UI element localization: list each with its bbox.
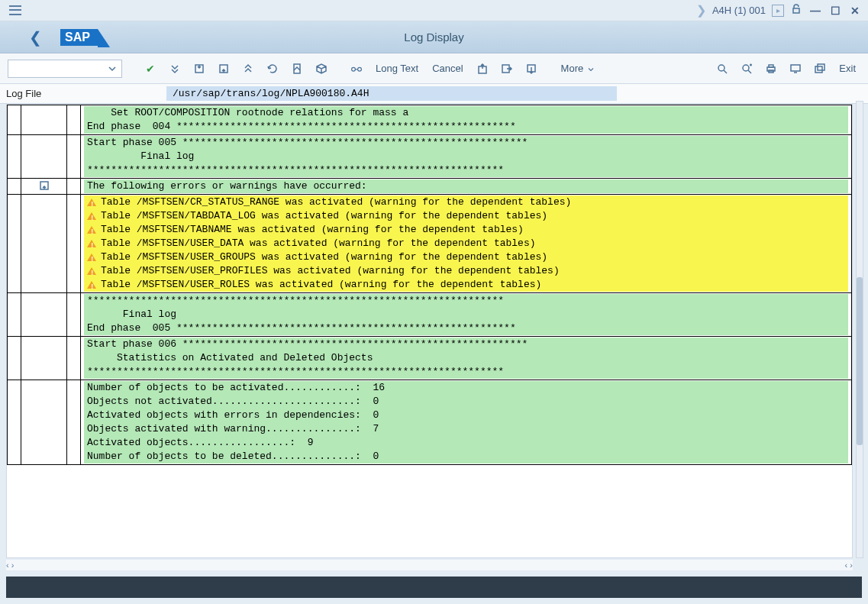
warning-icon [87,254,96,261]
log-line: ****************************************… [84,294,848,308]
warning-icon [87,226,96,234]
log-line: Activated objects with errors in depende… [84,409,848,422]
long-text-button[interactable]: Long Text [371,63,423,74]
exit-button[interactable]: Exit [834,63,860,74]
import-down-icon[interactable] [521,59,541,79]
svg-rect-15 [815,66,822,73]
log-area: Set ROOT/COMPOSITION rootnode relations … [6,104,853,558]
export-right-icon[interactable] [497,59,517,79]
session-label: A4H (1) 001 [712,5,766,16]
log-line: Number of objects to be activated.......… [84,381,848,395]
log-warn-line: Table /MSFTSEN/CR_STATUS_RANGE was activ… [84,195,848,209]
lock-icon[interactable] [790,3,802,18]
svg-point-4 [352,67,356,71]
log-warn-line: Table /MSFTSEN/USER_ROLES was activated … [84,278,848,292]
cancel-button[interactable]: Cancel [428,63,467,74]
warning-icon [87,267,96,275]
search-plus-icon[interactable] [737,59,757,79]
system-bar: ❯ A4H (1) 001 ▸ — ☐ ✕ [0,0,868,21]
export-up-icon[interactable] [473,59,492,79]
log-line: ****************************************… [84,163,848,177]
expand-down-icon[interactable] [165,59,185,79]
log-line: Final log [84,150,848,163]
minimize-button[interactable]: — [808,5,822,17]
log-warn-line: Table /MSFTSEN/USER_PROFILES was activat… [84,264,848,278]
log-line: End phase 004 **************************… [84,120,848,134]
svg-rect-12 [769,65,773,67]
toolbar: ✔ Long Text Cancel More Exit [0,53,868,84]
screen-icon[interactable] [786,59,805,79]
page-title: Log Display [404,31,463,44]
chevron-right-icon[interactable]: ❯ [696,3,706,18]
log-line: The following errors or warnings have oc… [84,179,848,193]
log-line: Set ROOT/COMPOSITION rootnode relations … [84,106,848,120]
status-bar [6,577,862,598]
header-bar: ❮ SAP Log Display [0,21,868,53]
back-button[interactable]: ❮ [29,28,42,47]
log-line: Start phase 006 ************************… [84,338,848,351]
log-line: Number of objects to be deleted.........… [84,450,848,463]
log-row: Set ROOT/COMPOSITION rootnode relations … [8,105,852,135]
command-field[interactable] [8,60,122,78]
logfile-row: Log File /usr/sap/trans/log/NPLA900180.A… [0,84,868,104]
print-icon[interactable] [761,59,781,79]
svg-point-10 [743,65,749,71]
log-row: Table /MSFTSEN/CR_STATUS_RANGE was activ… [8,195,852,293]
log-warn-line: Table /MSFTSEN/USER_GROUPS was activated… [84,250,848,264]
log-line: Objects activated with warning..........… [84,422,848,436]
warning-icon [87,212,96,220]
collapse-out-icon[interactable] [214,59,234,79]
log-row: The following errors or warnings have oc… [8,179,852,195]
more-button[interactable]: More [557,63,600,74]
log-row: ****************************************… [8,293,852,337]
log-table: Set ROOT/COMPOSITION rootnode relations … [7,105,852,465]
window-icon[interactable] [810,59,830,79]
collapse-icon[interactable] [24,179,63,192]
svg-point-5 [358,67,362,71]
package-icon[interactable] [311,59,331,79]
warning-icon [87,281,96,289]
sap-logo: SAP [60,29,98,46]
vertical-scrollbar[interactable] [856,101,863,558]
warning-icon [87,240,96,247]
log-warn-line: Table /MSFTSEN/TABDATA_LOG was activated… [84,209,848,223]
page-icon[interactable] [287,59,307,79]
log-line: Final log [84,308,848,321]
log-line: Statistics on Activated and Deleted Obje… [84,351,848,365]
log-line: End phase 005 **************************… [84,321,848,335]
expand-up-icon[interactable] [238,59,258,79]
menu-icon[interactable] [6,3,24,18]
glasses-icon[interactable] [347,59,366,79]
logfile-path[interactable]: /usr/sap/trans/log/NPLA900180.A4H [166,86,617,101]
logfile-label: Log File [6,88,166,99]
log-row: Number of objects to be activated.......… [8,380,852,465]
log-line: ****************************************… [84,365,848,379]
log-line: Activated objects.................: 9 [84,436,848,450]
log-line: Start phase 005 ************************… [84,136,848,150]
log-line: Objects not activated...................… [84,395,848,409]
log-warn-line: Table /MSFTSEN/USER_DATA was activated (… [84,237,848,250]
horizontal-scrollbar[interactable]: ‹ ›‹ › [6,560,853,570]
accept-button[interactable]: ✔ [140,59,160,79]
maximize-button[interactable]: ☐ [828,5,842,17]
refresh-icon[interactable] [263,59,282,79]
collapse-in-icon[interactable] [189,59,209,79]
search-icon[interactable] [712,59,732,79]
log-row: Start phase 006 ************************… [8,337,852,380]
close-button[interactable]: ✕ [848,5,862,17]
log-row: Start phase 005 ************************… [8,135,852,179]
svg-point-9 [718,65,724,71]
warning-icon [87,199,96,206]
svg-rect-14 [791,65,800,71]
play-icon[interactable]: ▸ [772,5,784,17]
log-warn-line: Table /MSFTSEN/TABNAME was activated (wa… [84,223,848,237]
svg-rect-0 [793,8,799,13]
svg-rect-16 [818,64,824,70]
